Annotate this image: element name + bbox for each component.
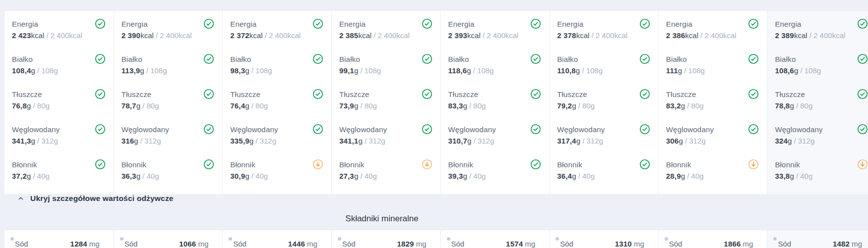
nutrient-current-value: 83,3 — [448, 101, 463, 110]
day-nutrition-column: Energia — [222, 11, 331, 194]
nutrient-row-header: Błonnik — [666, 159, 759, 170]
nutrient-list: Energia — [339, 18, 433, 181]
nutrient-row: Węglowodany — [775, 124, 868, 146]
nutrient-target: / 108g — [580, 66, 603, 75]
nutrient-current-value: 78,7 — [122, 101, 136, 110]
nutrient-row-header: Tłuszcze — [122, 89, 215, 99]
nutrient-row: Energia — [557, 18, 650, 41]
nutrient-value: 2 423kcal / 2 400kcal — [12, 31, 106, 41]
nutrient-list: Energia — [12, 18, 106, 181]
arrow-down-circle-icon — [748, 159, 759, 170]
mineral-label-group: Sód — [10, 238, 28, 248]
nutrient-value: 83,2g / 80g — [666, 101, 759, 111]
nutrient-row: Tłuszcze — [775, 89, 868, 111]
mineral-unit: mg — [89, 240, 100, 248]
nutrient-current-value: 79,2 — [557, 101, 572, 110]
check-circle-icon — [639, 89, 650, 99]
nutrient-target: / 312g — [683, 137, 706, 145]
nutrient-row-header: Błonnik — [339, 159, 433, 170]
nutrient-row: Energia — [339, 18, 433, 41]
mineral-label: Sód — [233, 238, 247, 248]
mineral-value: 1310mg — [615, 238, 644, 248]
mineral-label: Sód — [124, 238, 138, 248]
nutrient-label: Błonnik — [339, 160, 365, 169]
nutrient-current-value: 118,6 — [448, 66, 467, 75]
check-circle-icon — [422, 89, 433, 99]
nutrient-label: Węglowodany — [775, 125, 822, 134]
nutrient-label: Białko — [12, 55, 33, 63]
nutrient-current-value: 108,4 — [12, 66, 31, 75]
nutrient-value: 108,4g / 108g — [12, 66, 106, 76]
nutrient-row: Tłuszcze — [122, 89, 215, 111]
nutrient-row-header: Białko — [775, 53, 868, 64]
mineral-label: Sód — [15, 238, 28, 248]
nutrient-unit: g — [467, 66, 471, 75]
check-circle-icon — [530, 18, 541, 29]
mineral-amount: 1066 — [179, 240, 196, 248]
nutrient-current-value: 324 — [775, 137, 788, 145]
check-circle-icon — [95, 159, 106, 170]
nutrient-value: 99,1g / 108g — [339, 66, 433, 76]
mineral-unit: mg — [852, 240, 862, 248]
mineral-unit: mg — [198, 240, 208, 248]
mineral-unit: mg — [307, 240, 317, 248]
nutrient-value: 118,6g / 108g — [448, 66, 542, 76]
nutrient-target: / 312g — [138, 137, 161, 145]
check-circle-icon — [95, 124, 106, 135]
check-circle-icon — [203, 53, 214, 64]
nutrient-value: 113,9g / 108g — [122, 66, 215, 76]
nutrient-target: / 2 400kcal — [372, 31, 410, 40]
check-circle-icon — [312, 89, 323, 99]
nutrient-row-header: Białko — [122, 53, 215, 64]
nutrient-row: Tłuszcze — [666, 89, 759, 111]
nutrient-row-header: Błonnik — [775, 159, 868, 170]
nutrient-value: 83,3g / 80g — [448, 101, 542, 111]
nutrient-target: / 40g — [31, 172, 50, 180]
toggle-details-button[interactable]: Ukryj szczegółowe wartości odżywcze — [17, 193, 174, 204]
nutrient-label: Węglowodany — [448, 125, 496, 134]
nutrient-current-value: 83,2 — [666, 101, 681, 110]
bullet-dot-icon — [556, 237, 559, 241]
check-circle-icon — [95, 18, 106, 29]
nutrient-label: Węglowodany — [12, 125, 60, 134]
nutrient-row: Węglowodany — [448, 124, 542, 146]
nutrient-target: / 2 400kcal — [589, 31, 627, 40]
check-circle-icon — [422, 53, 433, 64]
nutrient-unit: g — [245, 66, 249, 75]
nutrient-current-value: 341,3 — [12, 137, 31, 145]
mineral-label-group: Sód — [447, 238, 465, 248]
nutrient-current-value: 30,9 — [230, 172, 245, 180]
nutrient-row-header: Tłuszcze — [775, 89, 868, 99]
nutrient-current-value: 2 372 — [230, 31, 249, 40]
nutrient-unit: g — [679, 137, 682, 145]
check-circle-icon — [857, 18, 868, 29]
nutrient-value: 37,2g / 40g — [12, 171, 106, 181]
nutrient-target: / 312g — [253, 137, 276, 145]
arrow-down-circle-icon — [422, 159, 433, 170]
nutrient-target: / 2 400kcal — [807, 31, 846, 40]
nutrient-row-header: Białko — [230, 53, 323, 64]
nutrient-current-value: 108,6 — [775, 66, 794, 75]
nutrient-value: 78,8g / 80g — [775, 101, 868, 111]
arrow-down-circle-icon — [857, 159, 868, 170]
check-circle-icon — [530, 89, 541, 99]
nutrient-row-header: Błonnik — [557, 159, 650, 170]
nutrient-target: / 80g — [140, 101, 159, 110]
nutrient-row: Energia — [775, 18, 868, 41]
nutrient-list: Energia — [448, 18, 542, 181]
nutrition-days-grid: Energia — [4, 10, 868, 180]
nutrient-row: Błonnik — [666, 159, 759, 181]
nutrient-row-header: Węglowodany — [122, 124, 215, 135]
mineral-label-group: Sód — [773, 238, 791, 248]
mineral-value: 1574mg — [506, 238, 535, 248]
mineral-label-group: Sód — [120, 238, 138, 248]
check-circle-icon — [748, 53, 759, 64]
nutrient-current-value: 316 — [122, 137, 134, 145]
sodium-cell: Sód 1446mg — [222, 230, 331, 248]
mineral-unit: mg — [634, 240, 644, 248]
nutrient-label: Energia — [775, 20, 801, 28]
nutrient-unit: g — [794, 66, 798, 75]
nutrient-label: Węglowodany — [339, 125, 387, 134]
nutrient-current-value: 2 423 — [12, 31, 31, 40]
nutrient-unit: g — [31, 137, 35, 145]
